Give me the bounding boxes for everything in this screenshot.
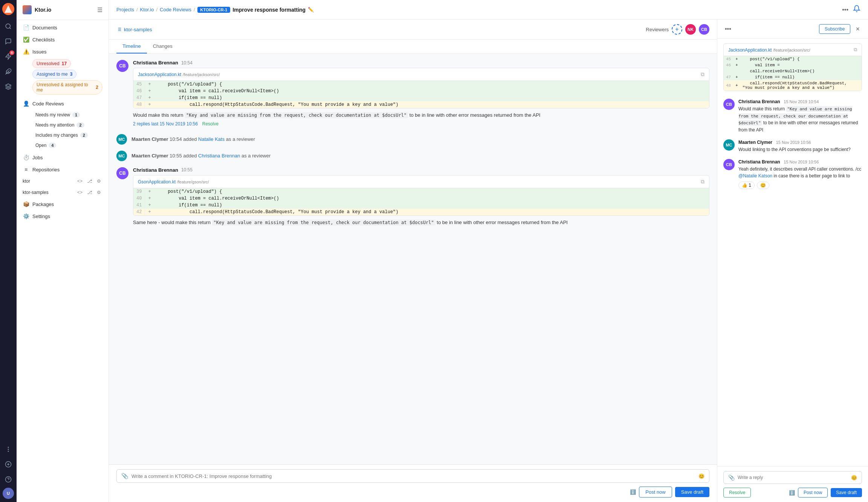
repo-samples-code-icon[interactable]: <> (76, 189, 84, 196)
edit-title-icon[interactable]: ✏️ (308, 7, 314, 12)
resolve-link-1[interactable]: Resolve (202, 121, 219, 127)
info-icon[interactable]: ℹ️ (630, 489, 636, 495)
sidebar-header: Ktor.io ☰ (17, 0, 108, 20)
sub-open[interactable]: Open 4 (32, 141, 102, 150)
repo-settings-icon[interactable]: ⚙ (95, 178, 102, 185)
badge-assigned-to-me[interactable]: Assigned to me 3 (32, 70, 76, 79)
sidebar-menu-icon[interactable]: ☰ (97, 6, 102, 14)
disc-reply-input[interactable] (738, 475, 848, 480)
sidebar-item-packages[interactable]: 📦 Packages (17, 198, 108, 210)
post-now-btn[interactable]: Post now (639, 487, 672, 497)
sidebar-item-repositories[interactable]: ≡ Repositories (17, 163, 108, 175)
sub-needs-my-attention[interactable]: Needs my attention 2 (32, 121, 102, 130)
disc-copy-icon[interactable]: ⧉ (854, 47, 857, 53)
reply-attachment-icon[interactable]: 📎 (728, 475, 735, 481)
time-4: 10:55 (181, 167, 193, 172)
breadcrumb-workspace[interactable]: Ktor.io (140, 7, 154, 12)
sub-needs-my-review[interactable]: Needs my review 1 (32, 110, 102, 119)
avatar-christiana-4: CB (116, 167, 128, 179)
subscribe-btn[interactable]: Subscribe (819, 24, 850, 34)
mention-natalie[interactable]: Natalie Kats (198, 136, 225, 142)
resolve-btn[interactable]: Resolve (723, 488, 751, 497)
code-line-highlight: 48 + call.respond(HttpStatusCode.BadRequ… (133, 101, 709, 108)
sidebar-item-issues[interactable]: ⚠️ Issues (17, 46, 108, 58)
reaction-thumbsup[interactable]: 👍 1 (738, 182, 755, 189)
ticket-badge[interactable]: KTORIO-CR-1 (197, 7, 231, 13)
disc-filename[interactable]: JacksonApplication.kt (728, 47, 772, 53)
repo-branch-icon[interactable]: ⎇ (86, 178, 94, 185)
repo-ktor-samples-name[interactable]: ktor-samples (23, 190, 73, 195)
replies-link-1[interactable]: 2 replies last 15 Nov 2019 10:56 (133, 121, 198, 127)
reaction-smile[interactable]: 😊 (757, 182, 769, 189)
attachment-icon[interactable]: 📎 (121, 473, 128, 479)
svg-point-2 (6, 24, 10, 28)
disc-info-icon[interactable]: ℹ️ (789, 490, 795, 496)
mention-natalie-katson[interactable]: @Natalie Katson (738, 173, 772, 179)
copy-icon-1[interactable]: ⧉ (701, 71, 704, 78)
code-table-4: 39 + post("/v1/upload") { 40 + val item … (133, 188, 709, 215)
sub-includes-my-changes[interactable]: Includes my changes 2 (32, 131, 102, 140)
repo-code-icon[interactable]: <> (76, 178, 84, 185)
code-card-header-4: GsonApplication.kt /feature/gson/src/ ⧉ (133, 175, 709, 188)
disc-path: /feature/jackson/src/ (773, 48, 810, 52)
repo-samples-branch-icon[interactable]: ⎇ (86, 189, 94, 196)
disc-message-3: CB Christiana Brennan 15 Nov 2019 10:56 … (723, 159, 862, 189)
lightning-badge: 6 (9, 50, 14, 55)
system-avatars-3: MC (116, 151, 127, 161)
main-content: Projects / Ktor.io / Code Reviews / KTOR… (109, 0, 868, 502)
tab-changes[interactable]: Changes (147, 40, 179, 53)
copy-icon-4[interactable]: ⧉ (701, 179, 704, 185)
nav-lightning[interactable]: 6 (2, 50, 15, 63)
code-card-header-1: JacksonApplication.kt /feature/jackson/s… (133, 68, 709, 81)
nav-layers[interactable] (2, 80, 15, 93)
nav-search[interactable] (2, 20, 15, 33)
sidebar-item-checklists[interactable]: ✅ Checklists (17, 34, 108, 46)
breadcrumb-section[interactable]: Code Reviews (160, 7, 191, 12)
repo-ktor-name[interactable]: ktor (23, 179, 73, 184)
disc-code-line: 46 + val item = (724, 62, 862, 68)
disc-save-draft-btn[interactable]: Save draft (831, 488, 862, 497)
sidebar-item-code-reviews[interactable]: 👤 Code Reviews (17, 98, 108, 110)
sidebar-item-documents[interactable]: 📄 Documents (17, 21, 108, 34)
nav-help[interactable] (2, 473, 15, 486)
breadcrumb-projects[interactable]: Projects (116, 7, 134, 12)
discussion-more-btn[interactable]: ••• (723, 24, 733, 34)
jobs-icon: ⏱️ (23, 154, 29, 160)
add-reviewer-btn[interactable]: + (672, 24, 682, 35)
entry-content-1: Christiana Brennan 10:54 JacksonApplicat… (133, 60, 709, 127)
disc-post-now-btn[interactable]: Post now (798, 488, 828, 497)
tab-timeline[interactable]: Timeline (116, 40, 147, 53)
app-logo[interactable] (2, 3, 14, 15)
repo-samples-settings-icon[interactable]: ⚙ (95, 189, 102, 196)
close-discussion-btn[interactable]: × (853, 24, 862, 34)
svg-point-9 (8, 449, 9, 450)
disc-content-3: Christiana Brennan 15 Nov 2019 10:56 Yea… (738, 159, 862, 189)
issues-badges: Unresolved 17 Assigned to me 3 Unresolve… (17, 58, 108, 98)
comment-box: 📎 😊 ℹ️ Post now Save draft (109, 464, 717, 502)
nav-puzzle[interactable] (2, 65, 15, 78)
notification-bell[interactable] (853, 5, 860, 14)
user-avatar-small[interactable]: U (3, 488, 14, 499)
code-filename-4[interactable]: GsonApplication.kt (138, 179, 176, 185)
disc-content-2: Maarten Clymer 15 Nov 2019 10:56 Would l… (738, 139, 862, 153)
more-options-btn[interactable]: ••• (840, 5, 850, 15)
save-draft-btn[interactable]: Save draft (675, 487, 709, 497)
breadcrumb: Projects / Ktor.io / Code Reviews / KTOR… (116, 7, 837, 13)
packages-icon: 📦 (23, 201, 29, 207)
reply-emoji-icon[interactable]: 😊 (851, 475, 857, 481)
disc-text-2: Would linking to the API conventions pag… (738, 146, 862, 153)
nav-more[interactable] (2, 442, 15, 456)
sidebar-item-settings[interactable]: ⚙️ Settings (17, 210, 108, 222)
badge-unresolved-assigned[interactable]: Unresolved & assigned to me 2 (32, 80, 102, 95)
code-filename-1[interactable]: JacksonApplication.kt (138, 72, 181, 77)
workspace-title[interactable]: Ktor.io (23, 5, 51, 14)
nav-add[interactable] (2, 458, 15, 471)
nav-chat[interactable] (2, 35, 15, 48)
comment-input[interactable] (131, 473, 695, 479)
repo-link[interactable]: ktor-samples (116, 27, 152, 32)
badge-unresolved[interactable]: Unresolved 17 (32, 59, 71, 68)
timeline-entry-1: CB Christiana Brennan 10:54 JacksonAppli… (116, 60, 709, 127)
mention-christiana[interactable]: Christiana Brennan (198, 153, 240, 159)
emoji-icon[interactable]: 😊 (698, 473, 704, 479)
sidebar-item-jobs[interactable]: ⏱️ Jobs (17, 151, 108, 163)
